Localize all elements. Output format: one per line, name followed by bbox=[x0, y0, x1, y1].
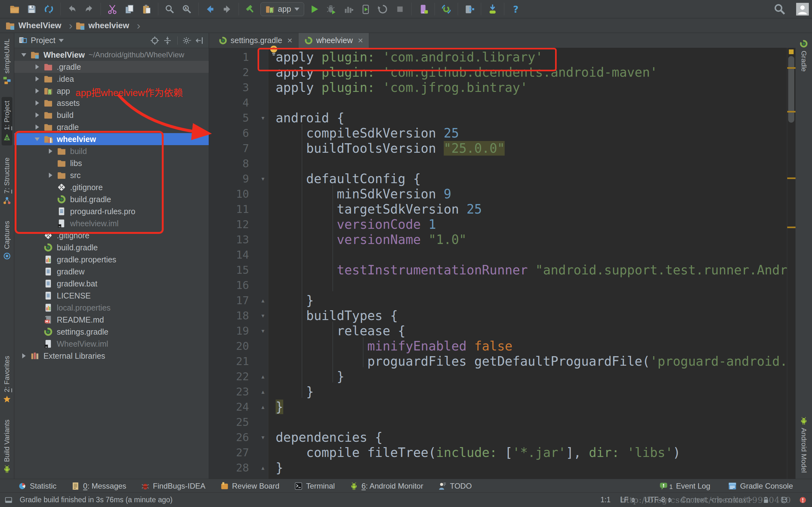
copy-button[interactable] bbox=[122, 2, 136, 16]
help-button[interactable]: ? bbox=[509, 2, 523, 16]
navigate-back-button[interactable] bbox=[203, 2, 217, 16]
tree-row-build[interactable]: build bbox=[14, 109, 209, 121]
tab-wheelview[interactable]: wheelview bbox=[299, 33, 369, 48]
project-panel-title[interactable]: Project bbox=[31, 36, 55, 45]
tree-row--idea[interactable]: .idea bbox=[14, 73, 209, 85]
tool-window-button-findbugs-idea[interactable]: FindBugs-IDEA bbox=[141, 482, 205, 491]
save-all-button[interactable] bbox=[25, 2, 39, 16]
fold-marker-icon[interactable]: ▴ bbox=[253, 369, 272, 384]
close-icon[interactable] bbox=[287, 36, 293, 46]
fold-marker-icon[interactable]: ▴ bbox=[253, 384, 272, 399]
run-on-device-button[interactable] bbox=[359, 2, 373, 16]
tree-collapse-arrow-icon[interactable] bbox=[32, 124, 43, 130]
tree-row-build-gradle[interactable]: build.gradle bbox=[14, 193, 209, 205]
tree-collapse-arrow-icon[interactable] bbox=[32, 89, 43, 94]
tool-window-button-event-log[interactable]: 1Event Log bbox=[659, 482, 710, 491]
chevron-down-icon[interactable] bbox=[59, 39, 64, 42]
tree-row-wheelview[interactable]: wheelview bbox=[14, 133, 209, 145]
tree-row-external-libraries[interactable]: External Libraries bbox=[14, 350, 209, 362]
gear-icon[interactable] bbox=[183, 36, 192, 45]
find-button[interactable] bbox=[163, 2, 177, 16]
replace-button[interactable]: A bbox=[180, 2, 194, 16]
collapse-all-icon[interactable] bbox=[163, 36, 172, 45]
tree-row-gradlew[interactable]: gradlew bbox=[14, 266, 209, 278]
tree-row-build[interactable]: build bbox=[14, 145, 209, 157]
tree-row--gitignore[interactable]: .gitignore bbox=[14, 181, 209, 193]
fold-marker-icon[interactable]: ▾ bbox=[253, 110, 272, 125]
editor-scrollbar[interactable] bbox=[787, 48, 796, 479]
tree-row-build-gradle[interactable]: build.gradle bbox=[14, 241, 209, 253]
tree-row-gradle-properties[interactable]: gradle.properties bbox=[14, 253, 209, 266]
tree-row-readme-md[interactable]: M↓README.md bbox=[14, 314, 209, 326]
fold-marker-icon[interactable]: ▴ bbox=[253, 460, 272, 475]
tree-collapse-arrow-icon[interactable] bbox=[32, 64, 43, 69]
tree-row-wheelview[interactable]: WheelView~/Android/github/WheelView bbox=[14, 49, 209, 61]
notification-badge-icon[interactable] bbox=[798, 495, 808, 505]
avd-manager-button[interactable] bbox=[462, 2, 476, 16]
synchronize-button[interactable] bbox=[42, 2, 56, 16]
stripe-button-project[interactable]: 1: Project bbox=[2, 97, 12, 146]
tree-collapse-arrow-icon[interactable] bbox=[45, 149, 56, 154]
tree-row-wheelview-iml[interactable]: wheelview.iml bbox=[14, 217, 209, 229]
paste-button[interactable] bbox=[140, 2, 154, 16]
tree-row-wheelview-iml[interactable]: WheelView.iml bbox=[14, 338, 209, 350]
tree-collapse-arrow-icon[interactable] bbox=[32, 76, 43, 81]
stripe-button-build-variants[interactable]: Build Variants bbox=[2, 416, 12, 477]
tree-row--gradle[interactable]: .gradle bbox=[14, 61, 209, 73]
caret-position[interactable]: 1:1 bbox=[600, 496, 611, 504]
tool-window-button-gradle-console[interactable]: Gradle Console bbox=[728, 482, 793, 491]
device-monitor-button[interactable] bbox=[416, 2, 430, 16]
tree-row-libs[interactable]: libs bbox=[14, 157, 209, 169]
tool-window-button-todo[interactable]: TODO bbox=[438, 482, 472, 491]
scrollbar-thumb[interactable] bbox=[788, 56, 794, 123]
sdk-manager-button[interactable] bbox=[486, 2, 500, 16]
tab-settings-gradle[interactable]: settings.gradle bbox=[213, 33, 299, 48]
run-with-coverage-button[interactable] bbox=[342, 2, 356, 16]
stripe-button-android-model[interactable]: Android Model bbox=[798, 412, 809, 476]
tree-expand-arrow-icon[interactable] bbox=[18, 53, 30, 57]
cut-button[interactable] bbox=[105, 2, 119, 16]
tool-window-button-statistic[interactable]: Statistic bbox=[18, 482, 56, 491]
locate-file-icon[interactable] bbox=[150, 36, 159, 45]
navigate-forward-button[interactable] bbox=[220, 2, 234, 16]
editor-area[interactable]: settings.gradlewheelview 1apply plugin: … bbox=[209, 33, 796, 479]
redo-button[interactable] bbox=[82, 2, 96, 16]
fold-marker-icon[interactable]: ▾ bbox=[253, 171, 272, 186]
tree-row-license[interactable]: LICENSE bbox=[14, 290, 209, 302]
close-icon[interactable] bbox=[358, 36, 363, 46]
tree-row-src[interactable]: src bbox=[14, 169, 209, 181]
fold-marker-icon[interactable]: ▾ bbox=[253, 308, 272, 323]
open-button[interactable] bbox=[8, 2, 21, 16]
fold-marker-icon[interactable]: ▾ bbox=[253, 323, 272, 338]
tool-window-button-messages[interactable]: 0: Messages bbox=[71, 482, 126, 491]
debug-button[interactable] bbox=[324, 2, 339, 16]
tree-row-app[interactable]: app bbox=[14, 85, 209, 97]
user-avatar-button[interactable] bbox=[796, 2, 809, 16]
fold-marker-icon[interactable]: ▴ bbox=[253, 293, 272, 308]
tree-collapse-arrow-icon[interactable] bbox=[18, 353, 30, 358]
rerun-button[interactable] bbox=[376, 2, 390, 16]
stripe-button-captures[interactable]: Captures bbox=[2, 217, 12, 264]
tree-row-settings-gradle[interactable]: settings.gradle bbox=[14, 326, 209, 338]
tree-collapse-arrow-icon[interactable] bbox=[32, 101, 43, 106]
stripe-button-simpleuml[interactable]: simpleUML bbox=[2, 35, 12, 89]
stop-button[interactable] bbox=[393, 2, 407, 16]
tool-window-button-android-monitor[interactable]: 6: Android Monitor bbox=[350, 482, 423, 491]
run-button[interactable] bbox=[307, 2, 321, 16]
code-view[interactable]: 1apply plugin: 'com.android.library'2app… bbox=[209, 48, 787, 479]
tree-collapse-arrow-icon[interactable] bbox=[45, 173, 56, 178]
sync-gradle-button[interactable] bbox=[439, 2, 453, 16]
tree-collapse-arrow-icon[interactable] bbox=[32, 112, 43, 118]
stripe-button-gradle[interactable]: Gradle bbox=[798, 36, 809, 75]
tree-row-assets[interactable]: assets bbox=[14, 97, 209, 109]
search-everywhere-button[interactable] bbox=[773, 2, 786, 16]
tree-row--gitignore[interactable]: .gitignore bbox=[14, 229, 209, 241]
tree-row-proguard-rules-pro[interactable]: proguard-rules.pro bbox=[14, 205, 209, 217]
fold-marker-icon[interactable]: ▾ bbox=[253, 430, 272, 445]
hide-panel-icon[interactable] bbox=[195, 36, 205, 45]
tree-row-gradle[interactable]: gradle bbox=[14, 121, 209, 133]
run-config-selector[interactable]: app bbox=[260, 2, 304, 16]
tool-window-button-review-board[interactable]: Review Board bbox=[220, 482, 280, 491]
stripe-button-structure[interactable]: 7: Structure bbox=[2, 154, 12, 209]
tool-window-button-terminal[interactable]: Terminal bbox=[294, 482, 335, 491]
